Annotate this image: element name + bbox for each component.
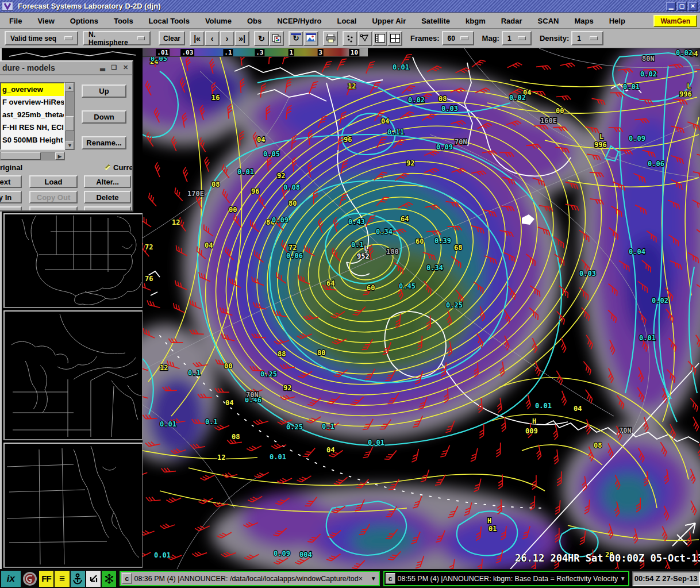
menu-view[interactable]: View: [37, 17, 54, 25]
menu-satellite[interactable]: Satellite: [421, 17, 450, 25]
y-in-button[interactable]: y In: [0, 191, 22, 203]
maximize-button[interactable]: ▢: [677, 2, 687, 11]
delete-button[interactable]: Delete: [84, 191, 131, 203]
map-thumbnail-northeast[interactable]: [3, 443, 143, 568]
menu-kbgm[interactable]: kbgm: [466, 17, 486, 25]
image-toggle[interactable]: [303, 31, 318, 46]
announcer-field-1[interactable]: c 08:36 PM (4) |ANNOUNCER: /data/local/l…: [120, 571, 379, 586]
dropdown-arrow-icon[interactable]: ▼: [371, 575, 376, 582]
weather-model-graphic: 240.051604089296800084127276720464606860…: [143, 48, 700, 569]
map-label: 0.01: [368, 439, 384, 447]
anchor-icon[interactable]: [71, 571, 85, 587]
wamgen-button[interactable]: WamGen: [653, 15, 697, 27]
layout-quad-panes-button[interactable]: [387, 31, 402, 46]
alter--button[interactable]: Alter...: [84, 175, 131, 188]
map-label: H: [487, 517, 491, 525]
scale-dropdown[interactable]: N. Hemisphere: [83, 31, 151, 45]
dialog-titlebar[interactable]: dure - models ▃ ❏ ✕: [0, 62, 132, 75]
list-vertical-scrollbar[interactable]: ▲ ▼: [65, 82, 75, 150]
ve-button[interactable]: ve: [0, 206, 22, 212]
clear-announcer-button[interactable]: c: [386, 573, 395, 584]
map-label: 04: [574, 405, 582, 413]
last-frame-button[interactable]: »|: [234, 31, 249, 46]
dialog-minimize-button[interactable]: ▃: [98, 63, 107, 72]
frames-dropdown[interactable]: 60: [442, 31, 474, 45]
menu-radar[interactable]: Radar: [501, 17, 522, 25]
scroll-up-arrow[interactable]: ▲: [66, 83, 74, 91]
scroll-right-arrow[interactable]: ▶: [55, 152, 64, 160]
menu-local-tools[interactable]: Local Tools: [149, 17, 190, 25]
menu-file[interactable]: File: [9, 17, 22, 25]
dialog-close-button[interactable]: ✕: [121, 63, 130, 72]
procedure-list-item[interactable]: F overview-HiRes: [1, 96, 64, 109]
map-thumbnail-north-america[interactable]: [3, 213, 143, 308]
menu-local[interactable]: Local: [337, 17, 356, 25]
loop-button[interactable]: ↻: [254, 31, 269, 46]
dialog-maximize-button[interactable]: ❏: [109, 63, 119, 72]
menu-tools[interactable]: Tools: [114, 17, 133, 25]
mag-dropdown[interactable]: 1: [502, 31, 532, 45]
close-button[interactable]: Close: [84, 206, 131, 212]
auto-update-toggle[interactable]: ↻: [289, 31, 303, 46]
map-label: L: [687, 82, 691, 90]
snowflake-icon[interactable]: [102, 571, 116, 587]
dropdown-arrow-icon[interactable]: ▼: [620, 575, 626, 582]
time-mode-dropdown[interactable]: Valid time seq: [5, 31, 78, 45]
scroll-down-arrow[interactable]: ▼: [66, 141, 74, 149]
menu-options[interactable]: Options: [70, 17, 98, 25]
clear-button[interactable]: Clear: [159, 31, 185, 45]
announcer-field-2[interactable]: c 08:55 PM (4) |ANNOUNCER: kbgm: Base Da…: [383, 571, 629, 586]
procedure-list-item[interactable]: S0 500MB Height ,: [1, 134, 64, 147]
scrollbar-thumb[interactable]: [1, 152, 41, 160]
load-button[interactable]: Load: [29, 175, 78, 188]
pointer-icon[interactable]: [86, 571, 101, 587]
next-frame-button[interactable]: ›: [220, 31, 234, 46]
minimize-button[interactable]: ▁: [666, 2, 676, 11]
menu-scan[interactable]: SCAN: [538, 17, 559, 25]
window-menu-icon[interactable]: [2, 2, 13, 11]
close-button[interactable]: ✕: [688, 2, 698, 11]
menu-help[interactable]: Help: [609, 17, 625, 25]
map-label: 08: [232, 433, 240, 441]
procedure-list-item[interactable]: F-HI RES NH, ECI: [1, 121, 64, 134]
points-tool-button[interactable]: [343, 31, 357, 46]
ff-icon[interactable]: FF: [39, 571, 53, 587]
save-as--button[interactable]: Save As...: [29, 206, 78, 212]
baseline-tool-button[interactable]: [357, 31, 372, 46]
density-dropdown[interactable]: 1: [571, 31, 603, 45]
menu-ncep-hydro[interactable]: NCEP/Hydro: [277, 17, 321, 25]
menu-maps[interactable]: Maps: [574, 17, 593, 25]
prev-frame-button[interactable]: ‹: [205, 31, 220, 46]
list-horizontal-scrollbar[interactable]: ▶: [0, 152, 65, 160]
main-map-display[interactable]: 240.051604089296800084127276720464606860…: [143, 48, 700, 569]
clear-announcer-button[interactable]: c: [122, 573, 132, 584]
procedure-list-item[interactable]: ast_925mb_thetae: [1, 109, 64, 121]
procedure-list[interactable]: g_overviewF overview-HiResast_925mb_thet…: [0, 82, 65, 150]
radio-current-diamond[interactable]: [105, 164, 110, 170]
rename--button[interactable]: Rename...: [82, 136, 126, 149]
scrollbar-thumb[interactable]: [66, 116, 74, 131]
globe-logo[interactable]: [22, 571, 38, 587]
map-label: 0.1: [188, 369, 201, 377]
radio-original-label[interactable]: riginal: [0, 163, 22, 172]
window-titlebar[interactable]: Forecast Systems Laboratory D-2D (djn) ▁…: [0, 0, 700, 13]
option-menu-indicator: [64, 36, 72, 40]
procedure-list-item[interactable]: g_overview: [1, 83, 64, 96]
print-button[interactable]: [323, 31, 338, 46]
image-combine-button[interactable]: [269, 31, 284, 46]
map-label: 0.02: [676, 49, 693, 57]
layout-main-panes-button[interactable]: [372, 31, 387, 46]
menu-obs[interactable]: Obs: [247, 17, 261, 25]
radio-current-label[interactable]: Current: [113, 163, 133, 172]
down-button[interactable]: Down: [82, 110, 126, 124]
ix-logo[interactable]: ix: [1, 571, 21, 587]
first-frame-button[interactable]: |«: [190, 31, 205, 46]
time-mode-value: Valid time seq: [10, 34, 56, 43]
map-thumbnail-great-lakes[interactable]: [3, 310, 143, 440]
ext-button[interactable]: ext: [0, 175, 22, 188]
menu-icon[interactable]: ≡: [55, 571, 69, 587]
copy-out-button[interactable]: Copy Out: [29, 191, 78, 203]
menu-upper-air[interactable]: Upper Air: [372, 17, 406, 25]
menu-volume[interactable]: Volume: [205, 17, 232, 25]
up-button[interactable]: Up: [82, 84, 126, 98]
